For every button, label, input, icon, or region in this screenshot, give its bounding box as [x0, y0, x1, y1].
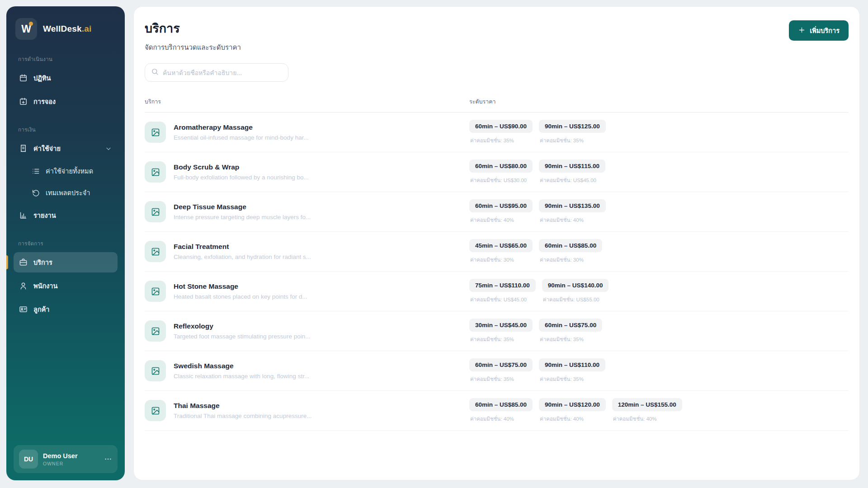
- add-service-button[interactable]: เพิ่มบริการ: [789, 20, 849, 41]
- tier: 90min – US$125.00ค่าคอมมิชชั่น: 35%: [539, 120, 606, 145]
- tier: 90min – US$120.00ค่าคอมมิชชั่น: 40%: [539, 398, 606, 423]
- image-icon: [151, 287, 160, 296]
- tier: 60min – US$95.00ค่าคอมมิชชั่น: 40%: [469, 199, 533, 224]
- tier-list: 60min – US$85.00ค่าคอมมิชชั่น: 40%90min …: [469, 398, 849, 423]
- tier-list: 60min – US$95.00ค่าคอมมิชชั่น: 40%90min …: [469, 199, 849, 224]
- tier: 60min – US$85.00ค่าคอมมิชชั่น: 40%: [469, 398, 533, 423]
- image-icon: [151, 207, 160, 216]
- service-row[interactable]: Aromatherapy MassageEssential oil-infuse…: [145, 113, 849, 152]
- service-description: Classic relaxation massage with long, fl…: [174, 373, 309, 380]
- sidebar-nav: การดำเนินงานปฏิทินการจองการเงินค่าใช้จ่า…: [14, 44, 118, 323]
- service-row[interactable]: Hot Stone MassageHeated basalt stones pl…: [145, 272, 849, 311]
- sidebar-item-staff[interactable]: พนักงาน: [14, 276, 118, 296]
- service-cell: ReflexologyTargeted foot massage stimula…: [145, 320, 469, 342]
- tier-badge: 60min – US$75.00: [539, 319, 602, 332]
- tier-badge: 60min – US$85.00: [539, 239, 602, 252]
- chevron-down-icon: [105, 145, 112, 152]
- tier: 90min – US$135.00ค่าคอมมิชชั่น: 40%: [539, 199, 606, 224]
- tier-badge: 90min – US$125.00: [539, 120, 606, 133]
- tier-commission: ค่าคอมมิชชั่น: 40%: [612, 415, 682, 423]
- service-name: Deep Tissue Massage: [174, 203, 311, 211]
- tier-commission: ค่าคอมมิชชั่น: US$45.00: [469, 296, 536, 304]
- service-cell: Deep Tissue MassageIntense pressure targ…: [145, 201, 469, 222]
- page-title: บริการ: [145, 19, 241, 38]
- tier: 90min – US$140.00ค่าคอมมิชชั่น: US$55.00: [542, 279, 609, 304]
- nav-section-label: การดำเนินงาน: [18, 55, 113, 63]
- column-header-service: บริการ: [145, 97, 469, 106]
- search-icon: [151, 68, 159, 77]
- service-description: Targeted foot massage stimulating pressu…: [174, 333, 310, 340]
- sidebar-item-recurring-templates[interactable]: เทมเพลตประจำ: [26, 183, 118, 202]
- chevron-down-icon: [105, 145, 112, 152]
- tier-commission: ค่าคอมมิชชั่น: US$30.00: [469, 176, 533, 184]
- service-cell: Facial TreatmentCleansing, exfoliation, …: [145, 241, 469, 262]
- bar-chart-icon: [19, 211, 28, 220]
- tier-commission: ค่าคอมมิชชั่น: 35%: [469, 375, 533, 383]
- tier-list: 45min – US$65.00ค่าคอมมิชชั่น: 30%60min …: [469, 239, 849, 264]
- service-row[interactable]: Deep Tissue MassageIntense pressure targ…: [145, 192, 849, 232]
- service-row[interactable]: ReflexologyTargeted foot massage stimula…: [145, 311, 849, 351]
- tier-commission: ค่าคอมมิชชั่น: 35%: [469, 136, 533, 145]
- service-thumbnail: [145, 241, 166, 262]
- sidebar-item-reports[interactable]: รายงาน: [14, 205, 118, 225]
- tier-badge: 90min – US$135.00: [539, 199, 606, 212]
- service-description: Intense pressure targeting deep muscle l…: [174, 214, 311, 221]
- user-menu[interactable]: DU Demo User OWNER: [14, 445, 118, 473]
- sidebar-item-bookings[interactable]: การจอง: [14, 91, 118, 112]
- image-icon: [151, 406, 160, 415]
- service-description: Cleansing, exfoliation, and hydration fo…: [174, 253, 311, 260]
- sidebar-item-label: บริการ: [33, 257, 52, 267]
- calendar-plus-icon: [19, 97, 28, 106]
- sidebar-item-services[interactable]: บริการ: [14, 252, 118, 272]
- tier-badge: 120min – US$155.00: [612, 398, 682, 411]
- tier: 60min – US$75.00ค่าคอมมิชชั่น: 35%: [539, 319, 602, 343]
- tier-commission: ค่าคอมมิชชั่น: US$55.00: [542, 296, 609, 304]
- service-description: Heated basalt stones placed on key point…: [174, 293, 307, 300]
- sidebar-item-all-expenses[interactable]: ค่าใช้จ่ายทั้งหมด: [26, 162, 118, 180]
- sidebar-item-label: รายงาน: [33, 210, 56, 221]
- tier: 90min – US$115.00ค่าคอมมิชชั่น: US$45.00: [539, 160, 605, 184]
- tier: 45min – US$65.00ค่าคอมมิชชั่น: 30%: [469, 239, 533, 264]
- sidebar: W WellDesk.ai การดำเนินงานปฏิทินการจองกา…: [6, 6, 125, 480]
- tier: 60min – US$90.00ค่าคอมมิชชั่น: 35%: [469, 120, 533, 145]
- service-thumbnail: [145, 400, 166, 421]
- tier-commission: ค่าคอมมิชชั่น: 35%: [539, 136, 606, 145]
- tier-badge: 75min – US$110.00: [469, 279, 536, 292]
- tier-badge: 45min – US$65.00: [469, 239, 533, 252]
- tier-badge: 60min – US$80.00: [469, 160, 533, 173]
- service-row[interactable]: Body Scrub & WrapFull-body exfoliation f…: [145, 152, 849, 192]
- search-box: [145, 63, 288, 82]
- tier-list: 60min – US$75.00ค่าคอมมิชชั่น: 35%90min …: [469, 358, 849, 383]
- tier-list: 60min – US$80.00ค่าคอมมิชชั่น: US$30.009…: [469, 160, 849, 184]
- service-cell: Body Scrub & WrapFull-body exfoliation f…: [145, 161, 469, 183]
- tier-commission: ค่าคอมมิชชั่น: 30%: [539, 256, 602, 264]
- services-page: บริการ จัดการบริการนวดและระดับราคา เพิ่ม…: [133, 6, 860, 480]
- tier-badge: 60min – US$75.00: [469, 358, 533, 371]
- ellipsis-icon[interactable]: [104, 455, 112, 463]
- service-thumbnail: [145, 122, 166, 143]
- tier: 90min – US$110.00ค่าคอมมิชชั่น: 35%: [539, 358, 605, 383]
- sidebar-item-expenses[interactable]: ค่าใช้จ่าย: [14, 138, 118, 159]
- tier: 120min – US$155.00ค่าคอมมิชชั่น: 40%: [612, 398, 682, 423]
- sidebar-item-label: การจอง: [33, 96, 56, 107]
- service-name: Hot Stone Massage: [174, 282, 307, 291]
- service-row[interactable]: Facial TreatmentCleansing, exfoliation, …: [145, 232, 849, 272]
- tier-list: 75min – US$110.00ค่าคอมมิชชั่น: US$45.00…: [469, 279, 849, 304]
- service-thumbnail: [145, 320, 166, 342]
- service-name: Aromatherapy Massage: [174, 123, 309, 131]
- tier-badge: 60min – US$90.00: [469, 120, 533, 133]
- sidebar-item-calendar[interactable]: ปฏิทิน: [14, 68, 118, 88]
- service-name: Thai Massage: [174, 402, 311, 410]
- user-icon: [19, 282, 28, 290]
- tier: 60min – US$85.00ค่าคอมมิชชั่น: 30%: [539, 239, 602, 264]
- tier-list: 60min – US$90.00ค่าคอมมิชชั่น: 35%90min …: [469, 120, 849, 145]
- service-row[interactable]: Thai MassageTraditional Thai massage com…: [145, 391, 849, 431]
- service-row[interactable]: Swedish MassageClassic relaxation massag…: [145, 351, 849, 391]
- service-cell: Aromatherapy MassageEssential oil-infuse…: [145, 122, 469, 143]
- sidebar-item-customers[interactable]: ลูกค้า: [14, 299, 118, 319]
- brand-logo: W WellDesk.ai: [14, 16, 118, 44]
- logo-mark: W: [15, 18, 37, 40]
- search-input[interactable]: [163, 69, 282, 76]
- service-thumbnail: [145, 201, 166, 222]
- tier-commission: ค่าคอมมิชชั่น: US$45.00: [539, 176, 605, 184]
